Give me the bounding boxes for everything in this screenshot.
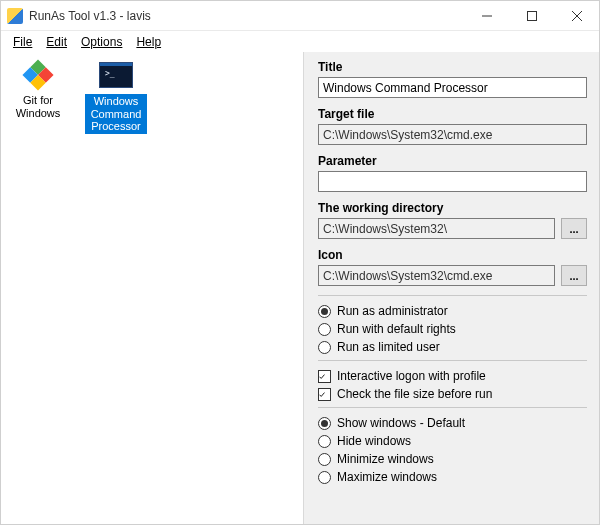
radio-label: Show windows - Default xyxy=(337,416,465,430)
workdir-input[interactable] xyxy=(318,218,555,239)
check-interactive-logon[interactable]: Interactive logon with profile xyxy=(318,369,587,383)
radio-window-max[interactable]: Maximize windows xyxy=(318,470,587,484)
radio-label: Run as limited user xyxy=(337,340,440,354)
cmd-icon: >_ xyxy=(98,60,134,90)
target-label: Target file xyxy=(318,107,587,121)
radio-label: Run with default rights xyxy=(337,322,456,336)
app-icon xyxy=(7,8,23,24)
icon-browse-button[interactable]: ... xyxy=(561,265,587,286)
window-controls xyxy=(464,1,599,30)
parameter-label: Parameter xyxy=(318,154,587,168)
check-file-size[interactable]: Check the file size before run xyxy=(318,387,587,401)
shortcut-label: Windows Command Processor xyxy=(85,94,147,134)
radio-label: Run as administrator xyxy=(337,304,448,318)
radio-icon xyxy=(318,305,331,318)
window-title: RunAs Tool v1.3 - lavis xyxy=(29,9,151,23)
menu-options[interactable]: Options xyxy=(75,33,128,51)
maximize-button[interactable] xyxy=(509,1,554,30)
radio-label: Minimize windows xyxy=(337,452,434,466)
close-button[interactable] xyxy=(554,1,599,30)
separator xyxy=(318,407,587,408)
radio-icon xyxy=(318,471,331,484)
title-input[interactable] xyxy=(318,77,587,98)
menu-edit[interactable]: Edit xyxy=(40,33,73,51)
separator xyxy=(318,360,587,361)
radio-icon xyxy=(318,341,331,354)
target-input[interactable] xyxy=(318,124,587,145)
checkbox-icon xyxy=(318,370,331,383)
parameter-input[interactable] xyxy=(318,171,587,192)
shortcut-list[interactable]: Git for Windows >_ Windows Command Proce… xyxy=(1,52,303,524)
shortcut-item-cmd[interactable]: >_ Windows Command Processor xyxy=(83,58,149,136)
checkbox-label: Check the file size before run xyxy=(337,387,492,401)
minimize-button[interactable] xyxy=(464,1,509,30)
radio-window-show[interactable]: Show windows - Default xyxy=(318,416,587,430)
radio-icon xyxy=(318,323,331,336)
radio-run-limited[interactable]: Run as limited user xyxy=(318,340,587,354)
workdir-label: The working directory xyxy=(318,201,587,215)
icon-label: Icon xyxy=(318,248,587,262)
checkbox-label: Interactive logon with profile xyxy=(337,369,486,383)
git-icon xyxy=(20,60,56,90)
shortcut-label: Git for Windows xyxy=(7,94,69,119)
radio-run-admin[interactable]: Run as administrator xyxy=(318,304,587,318)
radio-window-hide[interactable]: Hide windows xyxy=(318,434,587,448)
menu-file[interactable]: File xyxy=(7,33,38,51)
radio-icon xyxy=(318,417,331,430)
menu-help[interactable]: Help xyxy=(130,33,167,51)
svg-rect-1 xyxy=(527,11,536,20)
radio-label: Maximize windows xyxy=(337,470,437,484)
icon-input[interactable] xyxy=(318,265,555,286)
radio-run-default[interactable]: Run with default rights xyxy=(318,322,587,336)
workdir-browse-button[interactable]: ... xyxy=(561,218,587,239)
title-label: Title xyxy=(318,60,587,74)
radio-label: Hide windows xyxy=(337,434,411,448)
title-bar: RunAs Tool v1.3 - lavis xyxy=(1,1,599,31)
radio-icon xyxy=(318,435,331,448)
shortcut-item-git[interactable]: Git for Windows xyxy=(5,58,71,121)
radio-window-min[interactable]: Minimize windows xyxy=(318,452,587,466)
separator xyxy=(318,295,587,296)
radio-icon xyxy=(318,453,331,466)
properties-panel: Title Target file Parameter The working … xyxy=(303,52,599,524)
checkbox-icon xyxy=(318,388,331,401)
